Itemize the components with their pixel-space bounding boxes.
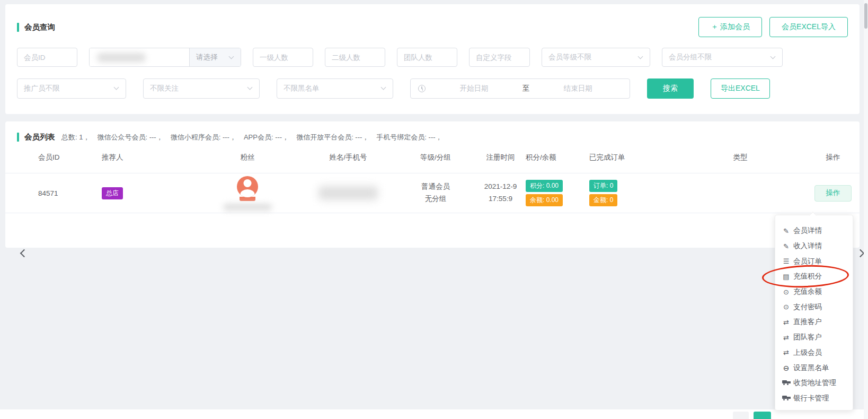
scroll-left-icon[interactable] [20,249,29,258]
bank-card-icon: ▤ [782,273,791,281]
avatar-base [240,197,255,201]
table-row: 84571 总店 普通会员 无分组 2021-12-9 17:55:9 积分: … [5,173,860,213]
stat-app: APP会员: ---， [244,133,289,142]
truck-icon [782,380,790,386]
transfer-icon: ⇄ [782,334,791,342]
col-completed-orders: 已完成订单 [589,153,679,162]
col-level-group: 等级/分组 [396,152,475,164]
blacklist-select[interactable]: 不限黑名单 [277,78,393,99]
menu-item-bank-card[interactable]: 银行卡管理 [775,391,853,406]
page-title: 会员查询 [24,22,55,32]
search-button[interactable]: 搜索 [647,78,694,99]
member-group: 无分组 [396,193,475,205]
reg-time: 17:55:9 [475,193,526,205]
menu-item-shipping-address[interactable]: 收货地址管理 [775,376,853,391]
col-type: 类型 [679,153,801,162]
stat-wechat-official: 微信公众号会员: ---， [97,133,163,142]
date-range-picker[interactable]: 开始日期 至 结束日期 [410,78,630,99]
follow-select[interactable]: 不限关注 [143,78,260,99]
orders-badge: 订单: 0 [589,180,617,192]
amount-badge: 金额: 0 [589,194,617,206]
add-member-button[interactable]: ＋ 添加会员 [698,17,762,37]
member-level-select[interactable]: 会员等级不限 [542,48,650,67]
promoter-select[interactable]: 推广员不限 [17,78,126,99]
fan-name-blurred [223,204,272,211]
money-icon: ⊙ [782,303,791,311]
menu-item-income-detail[interactable]: ✎ 收入详情 [775,239,853,254]
vertical-scrollbar[interactable] [864,0,868,419]
transfer-icon: ⇄ [782,348,791,356]
search-type-select[interactable]: 请选择 [189,48,241,66]
list-icon: ☰ [782,257,791,265]
chevron-down-icon [381,85,386,90]
menu-item-recharge-points[interactable]: ▤ 充值积分 [775,269,853,284]
menu-item-pay-password[interactable]: ⊙ 支付密码 [775,299,853,315]
pagination-page-button[interactable] [754,412,771,419]
menu-item-member-orders[interactable]: ☰ 会员订单 [775,254,853,269]
stat-miniprogram: 微信小程序会员: ---， [171,133,236,142]
chevron-down-icon [770,54,776,59]
transfer-icon: ⇄ [782,318,791,326]
excel-import-button[interactable]: 会员EXCEL导入 [769,17,848,37]
member-search-compound: 请选择 [89,48,241,67]
edit-icon: ✎ [782,227,791,235]
stat-total: 总数: 1， [61,133,90,142]
table-header-row: 会员ID 推荐人 粉丝 姓名/手机号 等级/分组 注册时间 积分/余额 已完成订… [5,142,860,173]
chevron-down-icon [229,54,234,59]
team-count-input[interactable] [397,48,457,67]
chevron-down-icon [247,85,253,90]
pagination-prev-button[interactable] [733,412,749,419]
menu-item-team-customers[interactable]: ⇄ 团队客户 [775,330,853,345]
chevron-down-icon [114,85,119,90]
date-start-field[interactable]: 开始日期 [430,84,518,93]
col-member-id: 会员ID [38,153,102,162]
custom-field-input[interactable] [469,48,530,67]
row-action-menu: ✎ 会员详情 ✎ 收入详情 ☰ 会员订单 ▤ 充值积分 ⊙ 充值余额 ⊙ 支付密… [775,215,853,411]
stat-open-platform: 微信开放平台会员: ---， [296,133,369,142]
clock-icon [418,85,426,92]
menu-item-set-blacklist[interactable]: ⊖ 设置黑名单 [775,360,853,376]
avatar [237,176,258,197]
col-points-balance: 积分/余额 [526,153,589,162]
stat-phone-bound: 手机号绑定会员: ---， [376,133,442,142]
col-referrer: 推荐人 [102,153,194,162]
member-query-card: 会员查询 ＋ 添加会员 会员EXCEL导入 请选择 [5,4,860,114]
level1-count-input[interactable] [253,48,313,67]
list-title: 会员列表 [24,132,55,142]
blacklist-icon: ⊖ [782,364,791,372]
col-reg-time: 注册时间 [475,152,526,164]
member-stats: 总数: 1， 微信公众号会员: ---， 微信小程序会员: ---， APP会员… [61,133,448,142]
referrer-badge: 总店 [102,187,123,199]
menu-item-upper-member[interactable]: ⇄ 上级会员 [775,345,853,361]
bank-card-manage-icon [782,395,790,401]
redacted-input-blur [97,53,146,62]
col-actions: 操作 [801,153,865,162]
money-icon: ⊙ [782,288,791,296]
points-badge: 积分: 0.00 [526,180,563,192]
cell-member-id: 84571 [38,189,102,197]
col-name-phone: 姓名/手机号 [300,153,396,162]
pagination-bar [0,409,864,419]
chevron-down-icon [638,54,643,59]
export-excel-button[interactable]: 导出EXCEL [711,78,770,99]
section-accent-bar [17,23,19,32]
menu-item-member-detail[interactable]: ✎ 会员详情 [775,223,853,239]
level2-count-input[interactable] [325,48,385,67]
menu-item-direct-customers[interactable]: ⇄ 直推客户 [775,315,853,330]
row-action-button[interactable]: 操作 [814,185,852,202]
member-id-input[interactable] [17,48,77,67]
date-end-field[interactable]: 结束日期 [534,84,622,93]
member-group-select[interactable]: 会员分组不限 [662,48,783,67]
member-list-card: 会员列表 总数: 1， 微信公众号会员: ---， 微信小程序会员: ---， … [5,121,860,248]
reg-date: 2021-12-9 [475,181,526,193]
member-level: 普通会员 [396,181,475,193]
edit-icon: ✎ [782,242,791,250]
scrollbar-thumb[interactable] [864,3,867,29]
section-accent-bar [17,133,19,142]
col-fans: 粉丝 [194,153,300,162]
name-phone-blurred [318,186,378,200]
menu-item-recharge-balance[interactable]: ⊙ 充值余额 [775,284,853,300]
date-separator: 至 [522,84,530,93]
scroll-right-icon[interactable] [856,249,865,258]
balance-badge: 余额: 0.00 [526,194,563,206]
